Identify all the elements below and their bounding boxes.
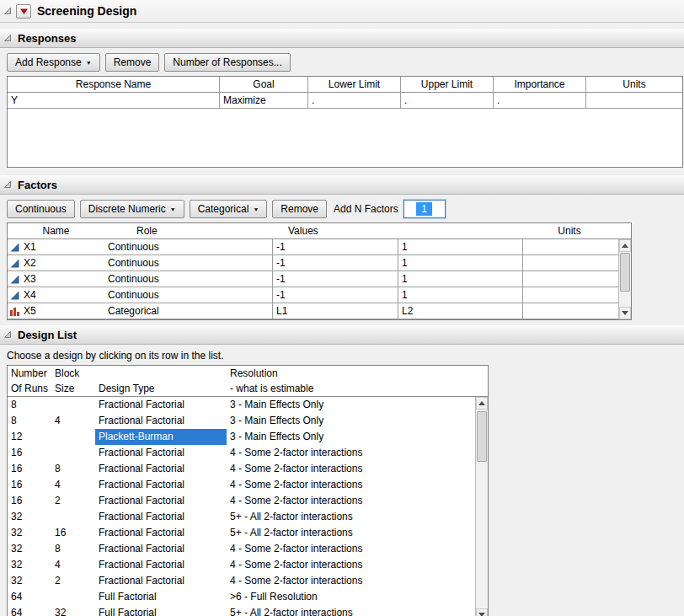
design-resolution-cell[interactable]: 5+ - All 2-factor interactions [227,509,488,525]
design-row[interactable]: 3216Fractional Factorial5+ - All 2-facto… [8,525,488,541]
disclosure-triangle-icon[interactable] [3,180,12,189]
scrollbar-thumb[interactable] [620,253,630,292]
discrete-numeric-button[interactable]: Discrete Numeric ▼ [80,200,184,218]
factor-units-cell[interactable] [523,239,631,255]
factor-name-cell[interactable]: X4 [8,287,104,303]
design-runs-cell[interactable]: 32 [8,525,51,541]
factor-role-cell[interactable]: Categorical [104,303,273,319]
design-block-size-cell[interactable]: 2 [51,493,95,509]
design-type-cell[interactable]: Fractional Factorial [95,445,227,461]
design-resolution-cell[interactable]: 4 - Some 2-factor interactions [227,445,488,461]
factor-name-cell[interactable]: X1 [8,239,104,255]
design-resolution-cell[interactable]: >6 - Full Resolution [227,589,488,605]
factor-value2-cell[interactable]: 1 [398,287,523,303]
scrollbar-thumb[interactable] [477,411,487,462]
remove-factor-button[interactable]: Remove [272,200,327,218]
design-type-cell[interactable]: Fractional Factorial [95,397,227,413]
design-resolution-cell[interactable]: 4 - Some 2-factor interactions [227,541,488,557]
design-resolution-cell[interactable]: 4 - Some 2-factor interactions [227,493,488,509]
scroll-up-button[interactable] [619,239,631,252]
design-block-size-cell[interactable] [51,445,95,461]
design-row[interactable]: 12Plackett-Burman3 - Main Effects Only [8,429,488,445]
response-importance-cell[interactable]: . [494,93,586,109]
disclosure-triangle-icon[interactable] [3,330,12,339]
design-resolution-cell[interactable]: 3 - Main Effects Only [227,413,488,429]
design-type-cell[interactable]: Fractional Factorial [95,477,227,493]
design-runs-cell[interactable]: 32 [8,557,51,573]
factor-value1-cell[interactable]: L1 [273,303,398,319]
design-row[interactable]: 164Fractional Factorial4 - Some 2-factor… [8,477,488,493]
design-runs-cell[interactable]: 8 [8,397,51,413]
design-type-cell[interactable]: Fractional Factorial [95,509,227,525]
design-type-cell[interactable]: Full Factorial [95,589,227,605]
red-triangle-menu-button[interactable] [16,4,31,19]
continuous-button[interactable]: Continuous [7,200,75,218]
design-type-cell[interactable]: Fractional Factorial [95,493,227,509]
design-row[interactable]: 322Fractional Factorial4 - Some 2-factor… [8,573,488,589]
design-runs-cell[interactable]: 12 [8,429,51,445]
design-row[interactable]: 64Full Factorial>6 - Full Resolution [8,589,488,605]
scroll-up-button[interactable] [476,397,488,410]
design-resolution-cell[interactable]: 5+ - All 2-factor interactions [227,605,488,616]
design-type-cell[interactable]: Fractional Factorial [95,541,227,557]
design-block-size-cell[interactable] [51,429,95,445]
design-list-scrollbar[interactable] [475,397,488,616]
disclosure-triangle-icon[interactable] [3,7,12,15]
scroll-down-button[interactable] [476,608,488,616]
design-row[interactable]: 8Fractional Factorial3 - Main Effects On… [8,397,488,413]
design-runs-cell[interactable]: 16 [8,477,51,493]
design-row[interactable]: 84Fractional Factorial3 - Main Effects O… [8,413,488,429]
factor-value2-cell[interactable]: 1 [398,239,523,255]
factor-value2-cell[interactable]: 1 [398,271,523,287]
factor-value1-cell[interactable]: -1 [273,287,398,303]
number-of-responses-button[interactable]: Number of Responses... [164,53,290,72]
factor-name-cell[interactable]: X2 [8,255,104,271]
design-runs-cell[interactable]: 64 [8,589,51,605]
design-block-size-cell[interactable]: 32 [51,605,95,616]
design-runs-cell[interactable]: 32 [8,541,51,557]
factor-units-cell[interactable] [523,287,631,303]
disclosure-triangle-icon[interactable] [3,34,12,42]
design-resolution-cell[interactable]: 4 - Some 2-factor interactions [227,461,488,477]
design-resolution-cell[interactable]: 4 - Some 2-factor interactions [227,557,488,573]
response-lower-limit-cell[interactable]: . [308,93,401,109]
design-runs-cell[interactable]: 64 [8,605,51,616]
design-row[interactable]: 6432Full Factorial5+ - All 2-factor inte… [8,605,488,616]
design-resolution-cell[interactable]: 3 - Main Effects Only [227,397,488,413]
add-response-button[interactable]: Add Response ▼ [7,53,100,72]
design-resolution-cell[interactable]: 3 - Main Effects Only [227,429,488,445]
factor-value2-cell[interactable]: 1 [398,255,523,271]
factor-units-cell[interactable] [523,303,631,319]
design-runs-cell[interactable]: 16 [8,493,51,509]
design-row[interactable]: 324Fractional Factorial4 - Some 2-factor… [8,557,488,573]
design-row[interactable]: 168Fractional Factorial4 - Some 2-factor… [8,461,488,477]
design-type-cell[interactable]: Fractional Factorial [95,461,227,477]
factor-value1-cell[interactable]: -1 [273,255,398,271]
design-block-size-cell[interactable]: 8 [51,461,95,477]
design-type-cell[interactable]: Fractional Factorial [95,525,227,541]
design-type-cell[interactable]: Plackett-Burman [95,429,227,445]
design-block-size-cell[interactable] [51,509,95,525]
design-runs-cell[interactable]: 32 [8,509,51,525]
design-runs-cell[interactable]: 16 [8,461,51,477]
design-row[interactable]: 32Fractional Factorial5+ - All 2-factor … [8,509,488,525]
response-goal-cell[interactable]: Maximize [220,93,308,109]
scroll-down-button[interactable] [619,307,631,319]
categorical-button[interactable]: Categorical ▼ [190,200,268,218]
factor-units-cell[interactable] [523,271,631,287]
factor-role-cell[interactable]: Continuous [104,271,273,287]
factor-role-cell[interactable]: Continuous [104,255,273,271]
design-block-size-cell[interactable] [51,589,95,605]
remove-response-button[interactable]: Remove [105,53,160,72]
design-block-size-cell[interactable]: 4 [51,557,95,573]
add-n-factors-input[interactable]: 1 [403,200,446,218]
factor-role-cell[interactable]: Continuous [104,239,273,255]
design-block-size-cell[interactable]: 4 [51,413,95,429]
factor-name-cell[interactable]: X5 [8,303,104,319]
design-row[interactable]: 162Fractional Factorial4 - Some 2-factor… [8,493,488,509]
response-units-cell[interactable] [586,93,682,109]
design-resolution-cell[interactable]: 4 - Some 2-factor interactions [227,477,488,493]
design-type-cell[interactable]: Fractional Factorial [95,557,227,573]
design-resolution-cell[interactable]: 5+ - All 2-factor interactions [227,525,488,541]
response-upper-limit-cell[interactable]: . [401,93,494,109]
